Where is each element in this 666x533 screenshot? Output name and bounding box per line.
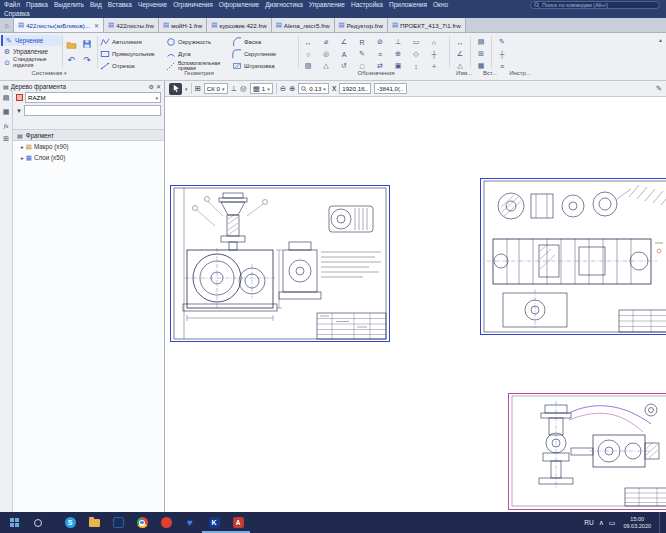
drawing-sheet-3[interactable] [508, 393, 666, 510]
menu-item-constraints[interactable]: Ограничения [170, 0, 216, 10]
annotation-icon[interactable]: ⊥ [395, 38, 401, 46]
edit-pencil-icon[interactable]: ✎ [656, 83, 662, 94]
menu-item-settings[interactable]: Настройка [348, 0, 386, 10]
annotation-icon[interactable]: ┼ [432, 51, 437, 58]
ribbon-section-measure[interactable]: Изм... [452, 70, 476, 76]
annotation-icon[interactable]: ⊘ [377, 38, 383, 46]
drawing-canvas[interactable] [165, 97, 666, 512]
annotation-icon[interactable]: □ [360, 63, 364, 70]
layer-select[interactable]: ▦ 1 ▾ [250, 83, 273, 94]
annotation-icon[interactable]: ○ [306, 51, 310, 58]
annotation-icon[interactable]: R [359, 39, 364, 46]
language-indicator[interactable]: RU [584, 519, 593, 526]
annotation-icon[interactable]: A [342, 51, 347, 58]
annotation-icon[interactable]: + [432, 63, 436, 70]
zoom-out-icon[interactable]: ⊖ [280, 83, 286, 94]
app-button-dark[interactable] [106, 512, 130, 533]
x-coordinate-field[interactable]: 1920,16.. [339, 83, 371, 94]
annotation-icon[interactable]: ⇄ [377, 62, 383, 70]
expand-icon[interactable]: ▸ [21, 144, 24, 150]
tray-chevron-icon[interactable]: ∧ [599, 519, 604, 527]
panel-close-icon[interactable]: ✕ [156, 83, 161, 90]
snap-grid-icon[interactable]: ⊞ [195, 83, 201, 94]
zoom-in-icon[interactable]: ⊕ [289, 83, 295, 94]
taskbar-search-button[interactable] [26, 512, 50, 533]
tree-root-row[interactable]: ▤ Фрагмент [13, 130, 164, 141]
ortho-mode-icon[interactable]: ⊥ [231, 83, 238, 94]
coordinate-system-select[interactable]: СК 0 ▾ [204, 83, 228, 94]
annotation-icon[interactable]: ◎ [323, 50, 329, 58]
start-button[interactable] [2, 512, 26, 533]
annotation-icon[interactable]: ◇ [413, 50, 418, 58]
insert-icon[interactable]: ▦ [478, 62, 485, 70]
annotation-icon[interactable]: ⊕ [395, 50, 401, 58]
close-icon[interactable]: ✕ [92, 22, 99, 29]
redo-icon[interactable]: ↷ [83, 55, 91, 65]
ribbon-section-designations[interactable]: Обозначения [300, 70, 452, 76]
show-desktop-button[interactable] [659, 512, 662, 533]
mode-tab-standard-parts[interactable]: ⊙ Стандартные изделия [1, 57, 62, 68]
tool-fillet[interactable]: Скругление [230, 49, 296, 59]
insert-icon[interactable]: ▤ [478, 38, 485, 46]
snap-target-icon[interactable]: ◎ [240, 83, 247, 94]
document-tab[interactable]: ▤ Alena_лист5.frw [272, 18, 335, 32]
kompas-button[interactable]: K [202, 512, 226, 533]
ascon-app-button[interactable]: A [226, 512, 250, 533]
annotation-icon[interactable]: ▨ [305, 62, 312, 70]
tree-item-macro[interactable]: ▸ ▤ Макро (x90) [13, 141, 164, 152]
ribbon-section-geometry[interactable]: Геометрия [98, 70, 300, 76]
parameters-icon[interactable]: ▤ [3, 94, 10, 102]
menu-item-diagnostics[interactable]: Диагностика [262, 0, 306, 10]
tool-autoline[interactable]: Автолиния [98, 37, 164, 47]
menu-item-select[interactable]: Выделить [51, 0, 87, 10]
tool-rectangle[interactable]: Прямоугольник [98, 49, 164, 59]
measure-icon[interactable]: ∠ [457, 50, 463, 58]
annotation-icon[interactable]: ▭ [413, 38, 420, 46]
annotation-icon[interactable]: ⌀ [324, 38, 328, 46]
command-search[interactable] [530, 1, 660, 9]
annotation-icon[interactable]: ↺ [341, 62, 347, 70]
measure-icon[interactable]: ↔ [457, 39, 464, 46]
y-coordinate-field[interactable]: -3841,0(.. [374, 83, 406, 94]
expand-icon[interactable]: ▸ [21, 155, 24, 161]
open-folder-icon[interactable] [66, 40, 77, 49]
instrument-icon[interactable]: ≡ [500, 63, 504, 70]
drawing-sheet-1[interactable] [170, 185, 390, 342]
mode-tab-drawing[interactable]: ✎ Черчение [1, 35, 62, 46]
chrome-button[interactable] [130, 512, 154, 533]
insert-icon[interactable]: ⊞ [478, 50, 484, 58]
library-icon[interactable]: ⊞ [3, 135, 9, 143]
document-tab[interactable]: ▤ 422листы(зиБликов)... ✕ [14, 18, 104, 32]
annotation-icon[interactable]: ∩ [431, 39, 436, 46]
filter-icon[interactable]: ▼ [16, 108, 22, 114]
tree-item-layers[interactable]: ▸ ▦ Слои (x50) [13, 152, 164, 163]
document-tab[interactable]: ▤ 422листы.frw [104, 18, 159, 32]
tool-chamfer[interactable]: Фаска [230, 37, 296, 47]
taskbar-clock[interactable]: 15:00 09.03.2020 [620, 516, 654, 529]
menu-item-drawing[interactable]: Черчение [135, 0, 170, 10]
drawing-sheet-2[interactable] [480, 178, 666, 335]
heart-app-button[interactable]: ♥ [178, 512, 202, 533]
document-tab[interactable]: ▤ ПРОЕКТ_413_7\1.frw [388, 18, 466, 32]
annotation-icon[interactable]: △ [323, 62, 328, 70]
annotation-icon[interactable]: ▣ [395, 62, 402, 70]
fragment-search-input[interactable] [24, 105, 161, 116]
annotation-icon[interactable]: ↕ [414, 63, 418, 70]
annotation-icon[interactable]: ↔ [305, 39, 312, 46]
measure-icon[interactable]: △ [457, 62, 462, 70]
chevron-down-icon[interactable]: ▾ [185, 86, 188, 92]
document-tab[interactable]: ▤ курсовик 422.frw [207, 18, 271, 32]
ribbon-section-insert[interactable]: Вст... [478, 70, 502, 76]
tool-circle[interactable]: Окружность [164, 37, 230, 47]
document-tab[interactable]: ▤ мойН-1.frw [159, 18, 207, 32]
command-search-input[interactable] [542, 2, 656, 8]
menu-item-window[interactable]: Окно [430, 0, 451, 10]
style-dropdown[interactable]: RAZM ▾ [25, 92, 161, 103]
action-center-icon[interactable]: ▭ [609, 519, 616, 527]
home-icon[interactable]: ⌂ [0, 18, 14, 32]
opera-button[interactable] [154, 512, 178, 533]
annotation-icon[interactable]: ≡ [378, 51, 382, 58]
ribbon-section-system[interactable]: Системная ▾ [2, 70, 96, 76]
skype-button[interactable]: S [58, 512, 82, 533]
menu-item-management[interactable]: Управление [306, 0, 348, 10]
